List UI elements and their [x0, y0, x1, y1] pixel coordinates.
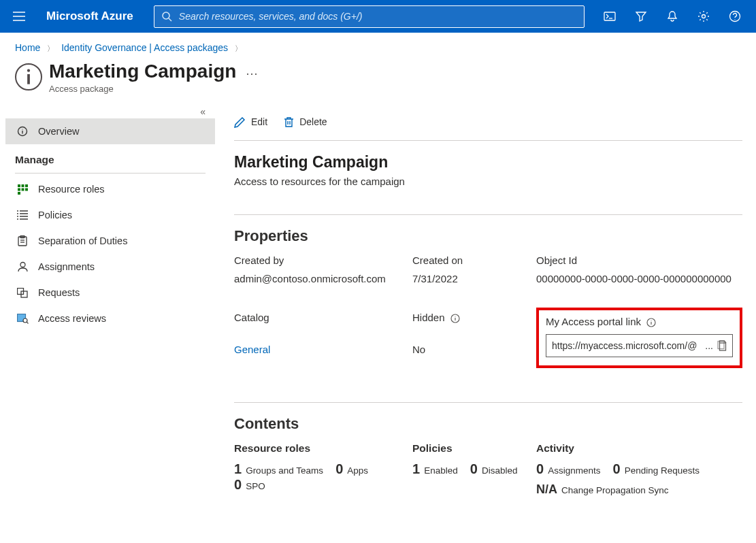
stat-label: Enabled — [424, 465, 458, 476]
summary-desc: Access to resources for the campaign — [234, 176, 742, 187]
top-nav: Microsoft Azure — [0, 0, 756, 33]
divider — [234, 402, 742, 403]
sidebar-item-resource-roles[interactable]: Resource roles — [5, 176, 215, 202]
clipboard-icon — [15, 235, 30, 246]
info-circle-icon — [15, 63, 42, 90]
svg-point-44 — [651, 320, 652, 321]
stat-value: 0 — [234, 477, 242, 493]
page-title: Marketing Campaign — [49, 61, 236, 82]
sidebar-item-label: Policies — [38, 210, 72, 220]
info-icon[interactable] — [450, 314, 460, 323]
sidebar-item-assignments[interactable]: Assignments — [5, 254, 215, 280]
search-icon — [161, 11, 172, 22]
search-input[interactable] — [179, 11, 577, 22]
svg-rect-17 — [25, 184, 28, 187]
grid-icon — [15, 184, 30, 195]
cmd-label: Edit — [251, 116, 267, 127]
stat-value: 0 — [470, 461, 478, 477]
hamburger-icon[interactable] — [5, 0, 33, 33]
hidden-value: No — [412, 344, 535, 369]
myaccess-cell: My Access portal link https://myaccess.m… — [536, 312, 742, 368]
notifications-icon[interactable] — [657, 0, 688, 33]
svg-point-13 — [22, 129, 22, 130]
svg-rect-20 — [25, 188, 28, 191]
ellipsis: ... — [705, 340, 713, 351]
trash-icon — [284, 116, 294, 128]
settings-icon[interactable] — [688, 0, 719, 33]
command-bar: Edit Delete — [234, 108, 742, 136]
list-icon — [15, 210, 30, 220]
delete-button[interactable]: Delete — [284, 116, 327, 128]
sidebar-item-label: Requests — [38, 287, 80, 298]
stat-value: 0 — [613, 461, 621, 477]
sidebar: « Overview Manage Resource roles Pol — [0, 103, 215, 538]
stat-label: Assignments — [548, 465, 600, 476]
svg-rect-19 — [21, 188, 24, 191]
sidebar-item-label: Access reviews — [38, 313, 106, 324]
page-header: Marketing Campaign Access package ⋯ — [0, 56, 756, 103]
global-search[interactable] — [154, 5, 585, 28]
object-id-value: 00000000-0000-0000-0000-000000000000 — [536, 273, 742, 284]
stat-value: 1 — [412, 461, 420, 477]
myaccess-label: My Access portal link — [546, 316, 733, 327]
svg-point-3 — [163, 12, 169, 19]
svg-point-8 — [730, 12, 740, 22]
stat-label: Pending Requests — [625, 465, 700, 476]
myaccess-link-text: https://myaccess.microsoft.com/@ — [552, 340, 697, 351]
info-icon[interactable] — [646, 318, 656, 327]
cloud-shell-icon[interactable] — [594, 0, 625, 33]
svg-rect-5 — [604, 12, 615, 20]
more-actions-icon[interactable]: ⋯ — [246, 66, 258, 81]
sidebar-item-overview[interactable]: Overview — [5, 118, 215, 144]
edit-button[interactable]: Edit — [234, 116, 267, 128]
chevron-right-icon: 〉 — [235, 44, 242, 52]
sidebar-item-policies[interactable]: Policies — [5, 202, 215, 228]
svg-point-34 — [20, 263, 25, 267]
created-by-value: admin@contoso.onmicrosoft.com — [234, 273, 411, 284]
brand-label[interactable]: Microsoft Azure — [33, 10, 154, 23]
sidebar-item-label: Separation of Duties — [38, 235, 127, 246]
svg-rect-21 — [18, 192, 20, 195]
review-icon — [15, 314, 30, 324]
stat-value: N/A — [536, 482, 557, 497]
catalog-label: Catalog — [234, 312, 411, 337]
svg-rect-11 — [27, 74, 30, 84]
sidebar-item-sod[interactable]: Separation of Duties — [5, 228, 215, 254]
help-icon[interactable] — [719, 0, 751, 33]
breadcrumb-home[interactable]: Home — [15, 42, 40, 53]
sidebar-item-access-reviews[interactable]: Access reviews — [5, 306, 215, 331]
object-id-label: Object Id — [536, 254, 742, 266]
breadcrumb-ig[interactable]: Identity Governance | Access packages — [61, 42, 228, 53]
created-by-label: Created by — [234, 254, 411, 266]
svg-point-9 — [734, 19, 735, 20]
top-action-icons — [594, 0, 751, 33]
contents-col-rr: Resource roles — [234, 442, 411, 455]
sidebar-item-requests[interactable]: Requests — [5, 280, 215, 306]
collapse-sidebar-icon[interactable]: « — [200, 106, 206, 117]
breadcrumb: Home 〉 Identity Governance | Access pack… — [0, 33, 756, 56]
svg-rect-46 — [720, 343, 726, 350]
chevron-right-icon: 〉 — [47, 44, 54, 52]
myaccess-link-field[interactable]: https://myaccess.microsoft.com/@ ... — [546, 334, 733, 357]
copy-icon[interactable] — [717, 340, 727, 351]
svg-point-10 — [27, 69, 30, 72]
divider — [234, 140, 742, 141]
svg-line-39 — [27, 322, 28, 323]
content: Edit Delete Marketing Campaign Access to… — [215, 103, 756, 538]
stat-label: SPO — [246, 481, 265, 491]
catalog-value[interactable]: General — [234, 344, 411, 369]
cmd-label: Delete — [299, 116, 327, 127]
divider — [15, 173, 206, 174]
properties-grid: Created by Created on Object Id admin@co… — [234, 254, 742, 368]
svg-rect-18 — [18, 188, 20, 191]
stat-label: Change Propagation Sync — [561, 485, 669, 495]
contents-activity-stats: 0Assignments 0Pending Requests N/AChange… — [536, 461, 742, 497]
contents-col-activity: Activity — [536, 442, 742, 455]
svg-rect-15 — [18, 184, 20, 187]
filter-icon[interactable] — [625, 0, 657, 33]
sidebar-section-manage: Manage — [5, 144, 215, 170]
svg-rect-47 — [718, 342, 724, 349]
divider — [234, 214, 742, 215]
stat-value: 0 — [536, 461, 544, 477]
sidebar-item-label: Resource roles — [38, 184, 105, 195]
